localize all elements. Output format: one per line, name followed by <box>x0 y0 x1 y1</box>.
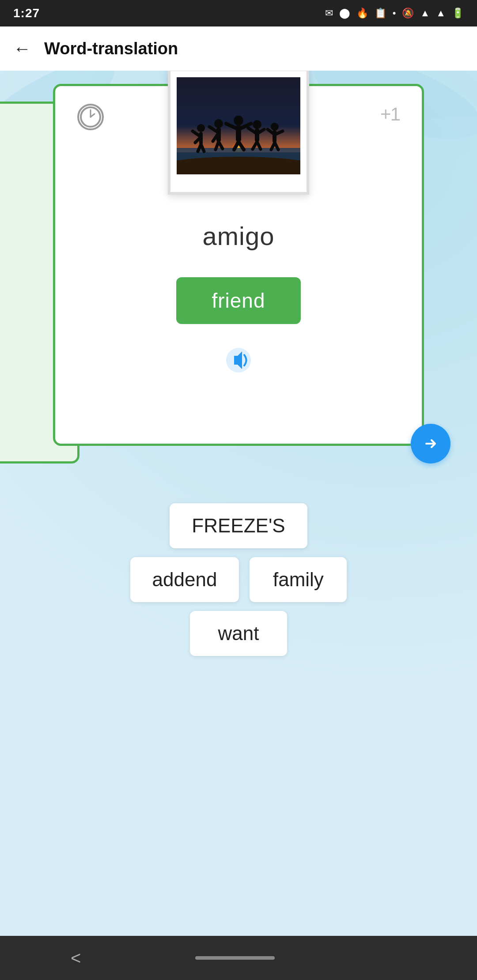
answer-button[interactable]: friend <box>176 277 300 324</box>
speaker-button[interactable] <box>224 346 253 374</box>
nav-home-indicator[interactable] <box>195 956 275 960</box>
status-icons: ✉ ⬤ 🔥 📋 • 🔕 ▲ ▲ 🔋 <box>325 8 464 19</box>
signal-icon: ▲ <box>436 8 446 19</box>
back-button[interactable]: ← <box>13 40 31 57</box>
svg-point-12 <box>197 124 205 132</box>
card-image-wrapper <box>168 71 309 195</box>
circle-icon: ⬤ <box>339 8 350 19</box>
wifi-icon: ▲ <box>420 8 430 19</box>
svg-point-30 <box>253 120 261 129</box>
choice-want[interactable]: want <box>190 611 287 656</box>
svg-point-24 <box>234 116 243 125</box>
app-bar: ← Word-translation <box>0 26 477 71</box>
choice-addend[interactable]: addend <box>130 557 239 602</box>
flashcard: +1 <box>53 84 424 446</box>
choices-row-1: FREEZE'S <box>170 503 307 548</box>
card-area: +1 <box>0 84 477 446</box>
battery-icon: 🔋 <box>452 8 464 19</box>
card-word: amigo <box>203 221 275 251</box>
flame-icon: 🔥 <box>356 8 368 19</box>
status-bar: 1:27 ✉ ⬤ 🔥 📋 • 🔕 ▲ ▲ 🔋 <box>0 0 477 26</box>
dot-icon: • <box>393 8 396 19</box>
choices-area: FREEZE'S addend family want <box>0 503 477 656</box>
page-title: Word-translation <box>44 39 178 58</box>
status-time: 1:27 <box>13 6 40 20</box>
card-image <box>177 77 300 174</box>
next-button[interactable] <box>411 424 450 464</box>
svg-point-18 <box>214 119 223 128</box>
gmail-icon: ✉ <box>325 8 333 19</box>
nav-bar: < <box>0 936 477 980</box>
svg-point-11 <box>177 157 300 174</box>
bell-muted-icon: 🔕 <box>402 8 414 19</box>
score-badge: +1 <box>380 104 400 125</box>
choices-row-2: addend family <box>130 557 347 602</box>
timer-icon <box>77 104 104 130</box>
clipboard-icon: 📋 <box>375 8 386 19</box>
main-content: +1 <box>0 71 477 936</box>
svg-point-36 <box>271 123 279 131</box>
choice-freezes[interactable]: FREEZE'S <box>170 503 307 548</box>
choice-family[interactable]: family <box>250 557 347 602</box>
choices-row-3: want <box>190 611 287 656</box>
nav-back-button[interactable]: < <box>71 948 81 968</box>
